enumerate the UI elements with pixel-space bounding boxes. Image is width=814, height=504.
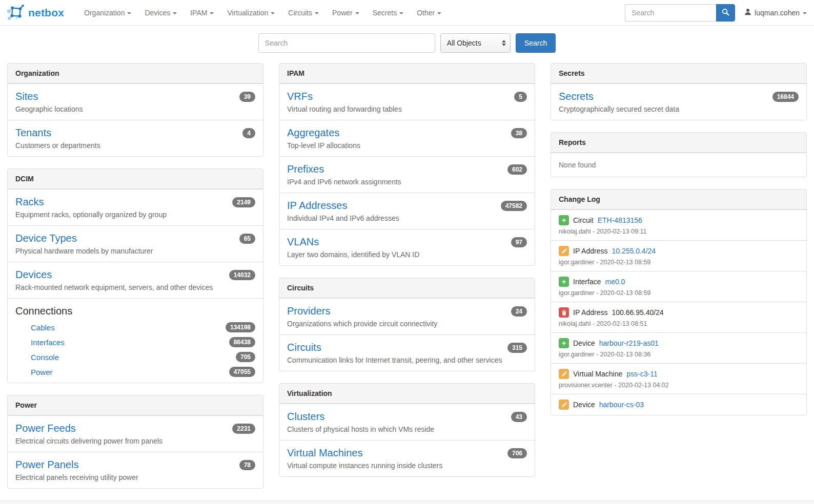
user-icon [744, 8, 751, 17]
circuits-desc: Communication links for Internet transit… [287, 355, 502, 365]
prefixes-count-badge: 602 [507, 164, 527, 175]
menu-virtualization[interactable]: Virtualization [220, 0, 281, 26]
power-panels-desc: Electrical panels receiving utility powe… [15, 473, 138, 482]
tenants-count-badge: 4 [242, 128, 255, 138]
power-feeds-count-badge: 2231 [232, 424, 255, 434]
power-panels-link[interactable]: Power Panels [15, 458, 138, 471]
updated-pencil-icon [559, 246, 569, 256]
changelog-object-link[interactable]: ETH-4813156 [598, 216, 642, 224]
devices-count-badge: 14032 [229, 270, 255, 280]
search-scope-select[interactable]: All Objects [440, 33, 511, 53]
list-item-providers: Providers Organizations which provide ci… [279, 298, 535, 334]
changelog-type: IP Address [573, 247, 607, 255]
menu-secrets[interactable]: Secrets [366, 0, 410, 26]
device-types-desc: Physical hardware models by manufacturer [15, 246, 153, 256]
cables-link[interactable]: Cables [31, 323, 55, 332]
vrfs-link[interactable]: VRFs [287, 90, 402, 103]
panel-virtualization-title: Virtualization [279, 384, 535, 404]
list-item-circuits: Circuits Communication links for Interne… [279, 334, 535, 371]
power-feeds-desc: Electrical circuits delivering power fro… [15, 436, 162, 446]
changelog-meta: igor.gardiner - 2020-02-13 08:59 [559, 259, 799, 266]
user-menu[interactable]: luqman.cohen [744, 8, 807, 17]
menu-organization[interactable]: Organization [77, 0, 138, 26]
navbar-search-input[interactable] [625, 4, 716, 22]
netbox-logo-icon [7, 3, 25, 23]
list-item-device-types: Device Types Physical hardware models by… [8, 225, 263, 262]
clusters-link[interactable]: Clusters [287, 410, 434, 423]
changelog-object-link[interactable]: me0.0 [605, 278, 625, 286]
secrets-link[interactable]: Secrets [559, 90, 679, 103]
secrets-desc: Cryptographically secured secret data [559, 104, 679, 114]
menu-power[interactable]: Power [325, 0, 366, 26]
changelog-type: Device [573, 339, 595, 347]
power-panels-count-badge: 78 [239, 460, 255, 470]
changelog-entry: + Device harbour-r219-as01 igor.gardiner… [551, 332, 806, 363]
racks-link[interactable]: Racks [15, 195, 167, 208]
changelog-entry: Virtual Machine pss-c3-11 provisioner.vc… [551, 363, 806, 394]
global-search-bar: All Objects Search [0, 33, 814, 53]
changelog-object-link[interactable]: harbour-cs-03 [599, 401, 644, 409]
main-menu: Organization Devices IPAM Virtualization… [77, 0, 448, 26]
ip-addresses-desc: Individual IPv4 and IPv6 addresses [287, 214, 399, 223]
vrfs-count-badge: 5 [514, 92, 527, 102]
chevron-down-icon [315, 12, 319, 14]
global-search-input[interactable] [258, 33, 435, 53]
netbox-brand[interactable]: netbox [7, 3, 64, 23]
global-search-button[interactable]: Search [516, 33, 556, 53]
ip-addresses-link[interactable]: IP Addresses [287, 199, 399, 212]
menu-circuits[interactable]: Circuits [281, 0, 325, 26]
panel-changelog: Change Log + Circuit ETH-4813156 nikolaj… [551, 189, 807, 415]
menu-ipam[interactable]: IPAM [184, 0, 220, 26]
chevron-down-icon [355, 12, 359, 14]
list-item-prefixes: Prefixes IPv4 and IPv6 network assignmen… [279, 156, 535, 193]
chevron-down-icon [173, 12, 177, 14]
sites-link[interactable]: Sites [15, 90, 83, 103]
virtual-machines-desc: Virtual compute instances running inside… [287, 461, 442, 471]
list-item-power-feeds: Power Feeds Electrical circuits deliveri… [8, 415, 263, 452]
circuits-count-badge: 315 [507, 343, 527, 353]
list-item-power-panels: Power Panels Electrical panels receiving… [8, 452, 263, 488]
aggregates-count-badge: 38 [511, 128, 527, 138]
chevron-down-icon [803, 12, 807, 14]
power-feeds-link[interactable]: Power Feeds [15, 422, 162, 435]
secrets-count-badge: 16844 [772, 92, 799, 102]
vlans-link[interactable]: VLANs [287, 235, 419, 248]
prefixes-link[interactable]: Prefixes [287, 162, 401, 176]
updated-pencil-icon [559, 400, 569, 410]
navbar-search-button[interactable] [716, 4, 735, 22]
menu-devices[interactable]: Devices [138, 0, 184, 26]
tenants-link[interactable]: Tenants [15, 126, 100, 139]
aggregates-desc: Top-level IP allocations [287, 141, 360, 151]
providers-link[interactable]: Providers [287, 304, 437, 318]
changelog-object-link[interactable]: 10.255.0.4/24 [612, 247, 656, 255]
changelog-object-link[interactable]: pss-c3-11 [626, 370, 657, 378]
interfaces-link[interactable]: Interfaces [31, 338, 65, 347]
changelog-type: Circuit [573, 216, 594, 224]
console-count-badge: 705 [236, 352, 255, 362]
created-icon: + [559, 215, 569, 225]
sites-count-badge: 39 [239, 92, 255, 102]
changelog-object-link[interactable]: harbour-r219-as01 [599, 339, 659, 347]
changelog-meta: nikolaj.dahl - 2020-02-13 09:11 [559, 228, 799, 235]
panel-circuits: Circuits Providers Organizations which p… [279, 278, 535, 371]
circuits-link[interactable]: Circuits [287, 341, 502, 354]
list-item-secrets: Secrets Cryptographically secured secret… [551, 83, 806, 120]
menu-other[interactable]: Other [410, 0, 448, 26]
list-item-vlans: VLANs Layer two domains, identified by V… [279, 229, 535, 265]
devices-link[interactable]: Devices [15, 268, 213, 281]
panel-reports-title: Reports [551, 133, 806, 153]
panel-dcim: DCIM Racks Equipment racks, optionally o… [7, 169, 263, 383]
power-connections-link[interactable]: Power [31, 368, 53, 376]
panel-organization-title: Organization [8, 64, 263, 83]
panel-reports: Reports None found [551, 132, 807, 177]
console-link[interactable]: Console [31, 353, 59, 362]
clusters-desc: Clusters of physical hosts in which VMs … [287, 425, 434, 434]
virtual-machines-count-badge: 706 [507, 448, 527, 458]
panel-ipam: IPAM VRFs Virtual routing and forwarding… [279, 63, 535, 266]
virtual-machines-link[interactable]: Virtual Machines [287, 446, 442, 459]
device-types-link[interactable]: Device Types [15, 232, 153, 245]
aggregates-link[interactable]: Aggregates [287, 126, 360, 139]
panel-secrets: Secrets Secrets Cryptographically secure… [551, 63, 807, 120]
changelog-object: 100.66.95.40/24 [612, 308, 663, 317]
navbar-search [625, 4, 735, 22]
